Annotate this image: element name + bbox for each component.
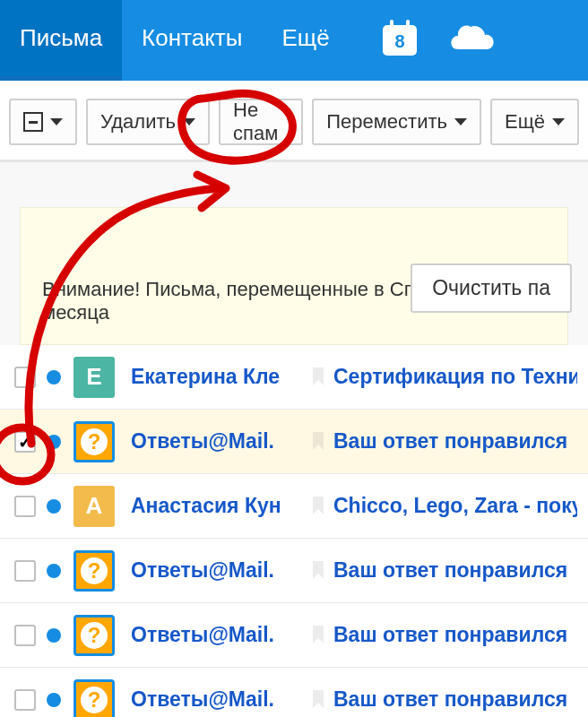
- mail-list: ЕЕкатерина КлеСертификация по Техни?Отве…: [0, 345, 588, 717]
- tab-contacts[interactable]: Контакты: [122, 0, 262, 81]
- mail-row[interactable]: ?Ответы@Mail.Ваш ответ понравился: [0, 539, 588, 603]
- tab-more[interactable]: Ещё: [262, 0, 349, 81]
- delete-label: Удалить: [100, 110, 176, 134]
- cloud-icon[interactable]: [450, 24, 495, 56]
- row-checkbox[interactable]: [14, 496, 36, 517]
- bookmark-icon[interactable]: [308, 432, 328, 452]
- tab-mail[interactable]: Письма: [0, 0, 122, 81]
- notice-area: Очистить па Внимание! Письма, перемещенн…: [0, 162, 588, 345]
- svg-rect-1: [390, 20, 393, 29]
- unread-dot-icon: [47, 435, 61, 449]
- mail-row[interactable]: ?Ответы@Mail.Ваш ответ понравился: [0, 410, 588, 474]
- mail-row[interactable]: ЕЕкатерина КлеСертификация по Техни: [0, 345, 588, 410]
- row-checkbox[interactable]: [14, 367, 36, 388]
- sender-name: Анастасия Кун: [131, 494, 308, 518]
- unread-dot-icon: [47, 499, 61, 514]
- svg-text:8: 8: [394, 31, 404, 51]
- bookmark-icon[interactable]: [308, 626, 328, 645]
- select-icon: [23, 112, 43, 132]
- select-all-dropdown[interactable]: [9, 99, 77, 145]
- delete-button[interactable]: Удалить: [86, 99, 210, 145]
- row-checkbox[interactable]: [14, 431, 36, 453]
- row-checkbox[interactable]: [14, 560, 36, 582]
- mail-row[interactable]: ?Ответы@Mail.Ваш ответ понравился: [0, 668, 588, 717]
- unread-dot-icon: [47, 693, 61, 707]
- mail-row[interactable]: ААнастасия КунChicco, Lego, Zara - поку: [0, 474, 588, 539]
- sender-name: Екатерина Кле: [131, 365, 308, 389]
- row-checkbox[interactable]: [14, 689, 36, 711]
- unread-dot-icon: [47, 628, 61, 643]
- clear-folder-button[interactable]: Очистить па: [411, 263, 572, 313]
- mail-subject: Ваш ответ понравился: [333, 558, 577, 583]
- top-navbar: Письма Контакты Ещё 8: [0, 0, 588, 81]
- mail-subject: Ваш ответ понравился: [333, 623, 577, 647]
- calendar-icon[interactable]: 8: [381, 20, 419, 61]
- not-spam-button[interactable]: Не спам: [219, 99, 303, 145]
- avatar: ?: [74, 421, 115, 462]
- avatar: Е: [74, 357, 115, 398]
- move-label: Переместить: [326, 110, 447, 134]
- sender-name: Ответы@Mail.: [131, 429, 308, 454]
- mail-subject: Сертификация по Техни: [333, 365, 577, 389]
- unread-dot-icon: [47, 564, 61, 578]
- mail-row[interactable]: ?Ответы@Mail.Ваш ответ понравился: [0, 603, 588, 668]
- sender-name: Ответы@Mail.: [131, 687, 308, 712]
- avatar: ?: [74, 550, 115, 592]
- more-button[interactable]: Ещё: [490, 99, 579, 145]
- sender-name: Ответы@Mail.: [131, 558, 308, 583]
- mail-subject: Ваш ответ понравился: [333, 429, 577, 454]
- chevron-down-icon: [454, 118, 467, 125]
- chevron-down-icon: [50, 118, 63, 125]
- avatar: ?: [74, 679, 115, 718]
- chevron-down-icon: [183, 118, 195, 125]
- not-spam-label: Не спам: [233, 99, 289, 145]
- svg-rect-2: [406, 20, 410, 29]
- move-button[interactable]: Переместить: [312, 99, 481, 145]
- bookmark-icon[interactable]: [308, 497, 328, 516]
- sender-name: Ответы@Mail.: [131, 623, 308, 647]
- avatar: А: [74, 486, 115, 527]
- more-label: Ещё: [505, 110, 545, 134]
- notice-box: Очистить па Внимание! Письма, перемещенн…: [20, 207, 568, 345]
- toolbar: Удалить Не спам Переместить Ещё: [0, 81, 588, 162]
- bookmark-icon[interactable]: [308, 561, 328, 581]
- row-checkbox[interactable]: [14, 625, 36, 646]
- bookmark-icon[interactable]: [308, 690, 328, 710]
- mail-subject: Chicco, Lego, Zara - поку: [333, 494, 577, 518]
- unread-dot-icon: [47, 370, 61, 384]
- bookmark-icon[interactable]: [308, 367, 328, 387]
- mail-subject: Ваш ответ понравился: [333, 687, 577, 712]
- avatar: ?: [74, 615, 115, 656]
- chevron-down-icon: [552, 118, 565, 125]
